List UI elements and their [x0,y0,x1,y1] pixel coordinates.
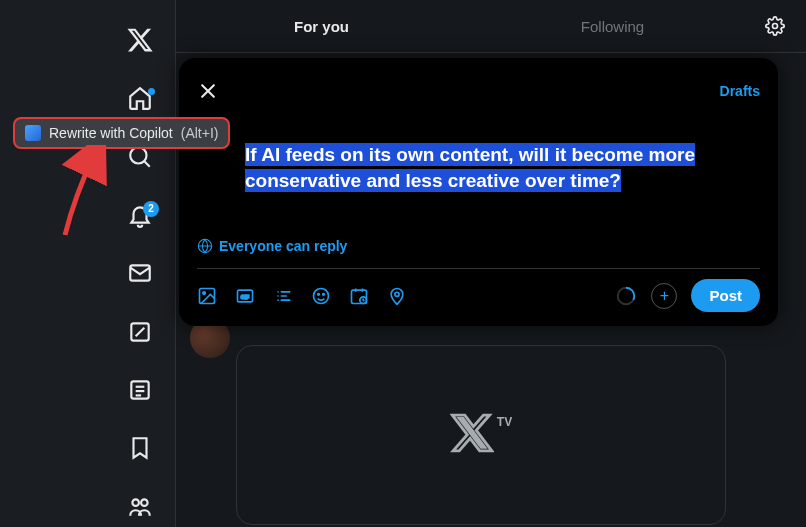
compose-text-area[interactable]: If AI feeds on its own content, will it … [245,142,760,234]
drafts-link[interactable]: Drafts [720,83,760,99]
nav-lists[interactable] [115,370,165,410]
nav-communities[interactable] [115,487,165,527]
svg-point-9 [132,499,139,506]
reply-audience-button[interactable]: Everyone can reply [197,238,760,254]
copilot-label: Rewrite with Copilot [49,125,173,141]
x-tv-logo: TV [450,411,512,459]
copilot-icon [25,125,41,141]
tab-following[interactable]: Following [467,0,758,52]
post-button[interactable]: Post [691,279,760,312]
compose-toolbar: GIF [197,279,760,312]
svg-line-4 [136,327,145,336]
media-icon[interactable] [197,286,217,306]
copilot-shortcut: (Alt+I) [181,125,219,141]
svg-point-0 [130,147,146,163]
nav-notifications[interactable]: 2 [115,195,165,235]
svg-point-25 [314,288,329,303]
svg-text:GIF: GIF [241,293,249,299]
x-logo[interactable] [115,20,165,60]
svg-line-1 [144,161,149,166]
svg-point-11 [773,24,778,29]
emoji-icon[interactable] [311,286,331,306]
left-nav: 2 [0,0,175,527]
nav-bookmarks[interactable] [115,428,165,468]
nav-messages[interactable] [115,253,165,293]
compose-selected-text: If AI feeds on its own content, will it … [245,143,695,192]
poll-icon[interactable] [273,286,293,306]
svg-point-16 [203,291,206,294]
divider [197,268,760,269]
home-dot-badge [148,88,155,95]
svg-point-32 [395,292,399,296]
timeline-settings-button[interactable] [758,9,792,43]
gif-icon[interactable]: GIF [235,286,255,306]
timeline-tabs: For you Following [176,0,806,53]
svg-point-27 [323,293,325,295]
reply-audience-label: Everyone can reply [219,238,347,254]
svg-point-26 [318,293,320,295]
nav-grok[interactable] [115,312,165,352]
x-tv-label: TV [497,415,512,429]
svg-point-10 [141,499,148,506]
tab-for-you[interactable]: For you [176,0,467,52]
feed-media-card[interactable]: TV [236,345,726,525]
nav-home[interactable] [115,78,165,118]
copilot-tooltip[interactable]: Rewrite with Copilot (Alt+I) [13,117,230,149]
location-icon[interactable] [387,286,407,306]
character-progress-ring [615,285,637,307]
schedule-icon[interactable] [349,286,369,306]
close-button[interactable] [191,74,225,108]
notification-count-badge: 2 [143,201,159,217]
add-thread-button[interactable]: + [651,283,677,309]
main-content: For you Following TV Drafts [175,0,806,527]
compose-modal: Drafts If AI feeds on its own content, w… [179,58,778,326]
